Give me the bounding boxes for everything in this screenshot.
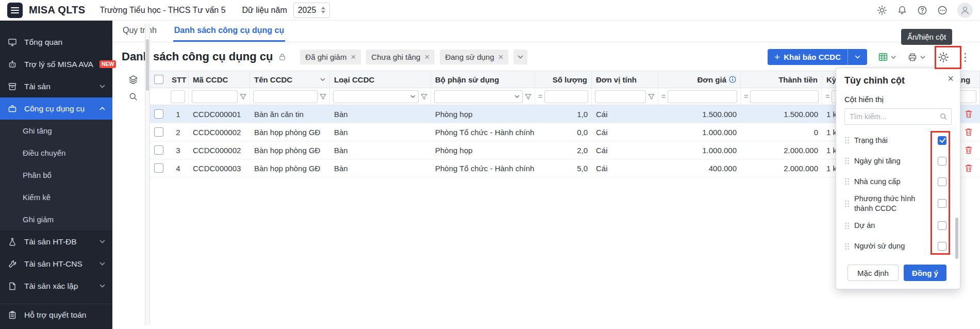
sidebar-item-dieu-chuyen[interactable]: Điều chuyển: [0, 142, 112, 164]
sidebar-item-ho-tro-quyet-toan[interactable]: Hỗ trợ quyết toán: [0, 304, 112, 326]
row-checkbox[interactable]: [154, 127, 163, 137]
column-visibility-checkbox[interactable]: [938, 242, 946, 251]
column-settings-button[interactable]: [935, 49, 952, 65]
filter-chip[interactable]: Đang sử dụng×: [440, 50, 508, 64]
equals-operator-icon[interactable]: =: [825, 92, 829, 101]
equals-operator-icon[interactable]: =: [538, 92, 542, 101]
filter-input[interactable]: [595, 90, 646, 103]
year-spinner[interactable]: [321, 7, 325, 13]
filter-input[interactable]: [253, 90, 318, 103]
sidebar-item-tai-san[interactable]: Tài sản: [0, 75, 112, 97]
drag-handle-icon[interactable]: [844, 242, 850, 251]
declare-ccdc-dropdown[interactable]: [848, 49, 867, 65]
remove-chip-icon[interactable]: ×: [424, 53, 429, 61]
row-checkbox[interactable]: [154, 163, 163, 173]
column-header[interactable]: Loại CCDC: [330, 71, 431, 88]
column-item[interactable]: Phương thức hình thành CCDC: [836, 192, 960, 216]
equals-operator-icon[interactable]: =: [744, 92, 748, 101]
column-visibility-checkbox[interactable]: [938, 221, 946, 230]
filter-input[interactable]: [750, 90, 819, 103]
default-button[interactable]: Mặc định: [848, 265, 899, 281]
filter-funnel-icon[interactable]: [421, 93, 427, 100]
filter-funnel-icon[interactable]: [240, 93, 246, 100]
scrollbar-thumb[interactable]: [146, 39, 149, 91]
drag-handle-icon[interactable]: [844, 177, 850, 186]
column-item[interactable]: Dự án: [836, 216, 960, 236]
filter-funnel-icon[interactable]: [320, 93, 326, 100]
info-icon[interactable]: [729, 76, 736, 83]
search-icon[interactable]: [128, 88, 138, 105]
view-mode-button[interactable]: [875, 49, 899, 65]
select-all-checkbox[interactable]: [154, 75, 163, 84]
sort-caret-icon[interactable]: [318, 78, 325, 81]
filter-input[interactable]: [434, 90, 523, 103]
filter-funnel-icon[interactable]: [525, 93, 531, 100]
sidebar-item-tong-quan[interactable]: Tổng quan: [0, 31, 112, 53]
vertical-scrollbar[interactable]: [145, 24, 150, 325]
filter-input[interactable]: [544, 90, 588, 103]
sidebar-item-tai-san-ht-db[interactable]: Tài sản HT-ĐB: [0, 231, 112, 253]
remove-chip-icon[interactable]: ×: [499, 53, 504, 61]
drag-handle-icon[interactable]: [844, 136, 850, 144]
filter-input[interactable]: [333, 90, 419, 103]
declare-ccdc-button[interactable]: +Khai báo CCDC: [768, 49, 848, 65]
column-header[interactable]: Thành tiền: [741, 71, 822, 88]
column-item[interactable]: Trạng thái: [836, 130, 960, 151]
column-header[interactable]: Số lượng: [535, 71, 592, 88]
sidebar-item-phan-bo[interactable]: Phân bổ: [0, 164, 112, 186]
filter-chip[interactable]: Đã ghi giảm×: [300, 50, 361, 64]
sidebar-item-kiem-ke[interactable]: Kiểm kê: [0, 186, 112, 208]
remove-chip-icon[interactable]: ×: [351, 53, 356, 61]
filter-input[interactable]: [668, 90, 737, 103]
column-item[interactable]: Người sử dụng: [836, 236, 960, 257]
column-header[interactable]: Bộ phận sử dụng: [431, 71, 535, 88]
delete-row-button[interactable]: [965, 164, 973, 173]
menu-button[interactable]: [7, 3, 23, 18]
user-avatar[interactable]: [957, 3, 973, 18]
tab-danh-sach-ccdc[interactable]: Danh sách công cụ dụng cụ: [173, 21, 285, 42]
row-checkbox[interactable]: [154, 109, 163, 119]
drag-handle-icon[interactable]: [844, 222, 850, 230]
filter-input[interactable]: [171, 90, 185, 103]
drag-handle-icon[interactable]: [844, 200, 850, 208]
sidebar-item-ghi-giam[interactable]: Ghi giảm: [0, 208, 112, 231]
panel-scrollbar[interactable]: [955, 218, 958, 259]
column-visibility-checkbox[interactable]: [938, 136, 946, 145]
column-item[interactable]: Ngày ghi tăng: [836, 151, 960, 171]
filter-input[interactable]: [192, 90, 238, 103]
ok-button[interactable]: Đồng ý: [904, 265, 946, 281]
sidebar-item-cong-cu-dung-cu[interactable]: Công cụ dụng cụ: [0, 97, 112, 120]
tab-quy-trinh[interactable]: Quy trình: [122, 21, 158, 42]
layers-icon[interactable]: [128, 71, 139, 88]
help-icon[interactable]: [917, 5, 927, 15]
close-icon[interactable]: ×: [948, 73, 954, 84]
column-search-input[interactable]: [844, 108, 952, 125]
column-header[interactable]: Mã CCDC: [189, 71, 250, 88]
sidebar-item-ghi-tang[interactable]: Ghi tăng: [0, 120, 112, 142]
sidebar-item-tro-ly-ava[interactable]: Trợ lý số MISA AVA NEW: [0, 53, 112, 75]
drag-handle-icon[interactable]: [844, 157, 850, 165]
equals-operator-icon[interactable]: =: [661, 92, 666, 101]
filter-dropdown-button[interactable]: [513, 50, 527, 64]
delete-row-button[interactable]: [965, 146, 973, 155]
print-button[interactable]: [905, 49, 928, 65]
column-header[interactable]: Tên CCDC: [250, 71, 330, 88]
column-visibility-checkbox[interactable]: [938, 199, 946, 208]
sidebar-item-tai-san-ht-cns[interactable]: Tài sản HT-CNS: [0, 253, 112, 275]
filter-funnel-icon[interactable]: [648, 93, 655, 100]
column-visibility-checkbox[interactable]: [938, 177, 946, 186]
column-visibility-checkbox[interactable]: [938, 157, 946, 166]
notifications-bell-icon[interactable]: [897, 5, 907, 15]
delete-row-button[interactable]: [965, 110, 973, 119]
settings-icon[interactable]: [877, 5, 887, 15]
delete-row-button[interactable]: [965, 128, 973, 137]
column-header[interactable]: STT: [168, 71, 189, 88]
year-select[interactable]: 2025: [293, 3, 330, 18]
column-item[interactable]: Nhà cung cấp: [836, 171, 960, 192]
more-actions-button[interactable]: ⋮: [958, 52, 973, 62]
filter-chip[interactable]: Chưa ghi tăng×: [366, 50, 435, 64]
column-header[interactable]: Đơn giá: [658, 71, 741, 88]
column-header[interactable]: Đơn vị tính: [592, 71, 658, 88]
more-options-icon[interactable]: [937, 5, 948, 15]
row-checkbox[interactable]: [154, 145, 163, 155]
